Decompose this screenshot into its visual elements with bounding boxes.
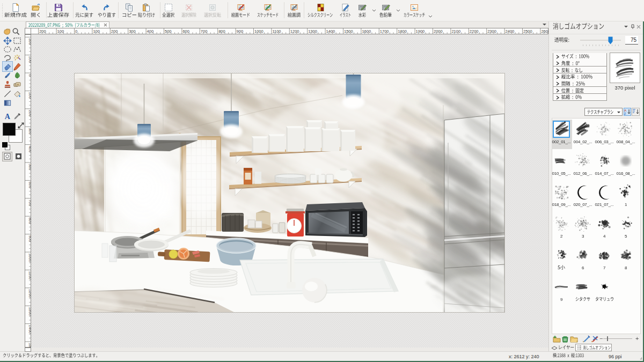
svg-text:A: A	[5, 112, 11, 121]
svg-text:1300: 1300	[308, 29, 317, 34]
svg-text:100: 100	[57, 29, 64, 34]
svg-text:2300: 2300	[487, 29, 496, 34]
svg-text:900: 900	[237, 29, 244, 34]
svg-text:400: 400	[28, 146, 31, 153]
svg-text:600: 600	[182, 29, 189, 34]
svg-text:2100: 2100	[451, 29, 460, 34]
svg-text:300: 300	[129, 29, 136, 34]
svg-text:100: 100	[28, 56, 31, 63]
svg-text:0: 0	[75, 29, 77, 34]
svg-text:900: 900	[28, 235, 31, 242]
svg-text:1200: 1200	[290, 29, 299, 34]
svg-text:500: 500	[165, 29, 172, 34]
svg-text:1400: 1400	[326, 29, 335, 34]
svg-text:2400: 2400	[506, 29, 515, 34]
svg-text:100: 100	[28, 92, 31, 99]
svg-text:1400: 1400	[28, 325, 31, 334]
svg-text:1700: 1700	[380, 29, 389, 34]
svg-text:700: 700	[28, 200, 31, 206]
svg-text:1900: 1900	[416, 29, 425, 34]
svg-text:1100: 1100	[28, 271, 31, 279]
svg-text:1300: 1300	[28, 307, 31, 316]
svg-text:Z: Z	[624, 112, 626, 115]
svg-text:1200: 1200	[28, 289, 31, 298]
svg-text:200: 200	[28, 38, 31, 45]
svg-text:2000: 2000	[434, 29, 443, 34]
svg-text:1000: 1000	[254, 29, 264, 34]
svg-text:200: 200	[28, 110, 31, 117]
svg-text:600: 600	[28, 181, 31, 188]
svg-text:800: 800	[28, 217, 31, 224]
svg-text:1000: 1000	[28, 253, 31, 262]
svg-text:200: 200	[39, 29, 46, 34]
svg-text:400: 400	[147, 29, 154, 34]
svg-text:700: 700	[201, 29, 208, 34]
svg-text:200: 200	[111, 29, 118, 34]
svg-text:300: 300	[28, 128, 31, 135]
svg-text:1500: 1500	[344, 29, 353, 34]
svg-text:800: 800	[218, 29, 225, 34]
svg-text:500: 500	[28, 164, 31, 171]
svg-text:2200: 2200	[470, 29, 479, 34]
svg-text:0: 0	[28, 74, 31, 76]
svg-text:1100: 1100	[272, 29, 281, 34]
svg-text:2500: 2500	[523, 29, 532, 34]
svg-text:1600: 1600	[362, 29, 371, 34]
svg-text:1800: 1800	[398, 29, 407, 34]
svg-text:100: 100	[93, 29, 100, 34]
